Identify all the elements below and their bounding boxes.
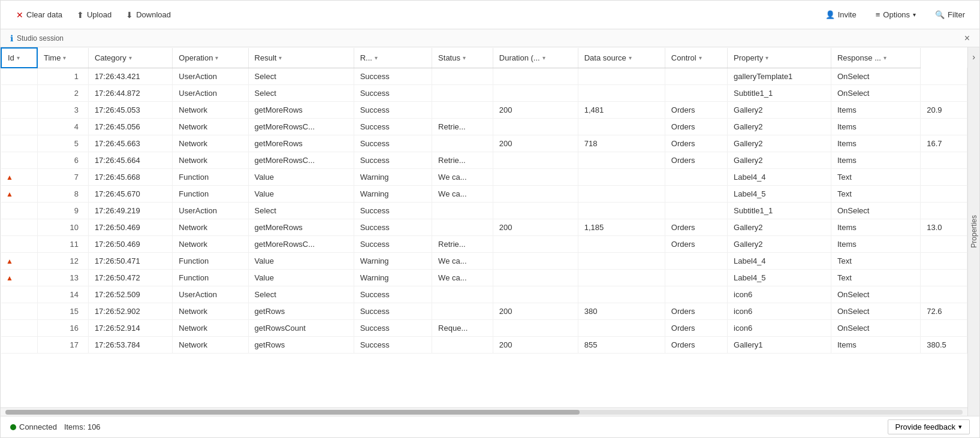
id-cell: 17 <box>37 336 88 353</box>
category-cell: UserAction <box>173 286 248 303</box>
table-row[interactable]: 217:26:44.872UserActionSelectSuccessSubt… <box>1 84 967 101</box>
r-cell <box>432 219 493 235</box>
table-row[interactable]: 517:26:45.663NetworkgetMoreRowsSuccess20… <box>1 135 967 152</box>
table-row[interactable]: 1017:26:50.469NetworkgetMoreRowsSuccess2… <box>1 219 967 235</box>
duration-cell <box>578 185 665 202</box>
duration-cell <box>578 286 665 303</box>
datasource-cell: Orders <box>665 118 727 135</box>
col-header-control[interactable]: Control ▾ <box>665 48 727 68</box>
table-row[interactable]: ▲717:26:45.668FunctionValueWarningWe ca.… <box>1 168 967 185</box>
datasource-cell <box>665 252 727 269</box>
property-cell: Text <box>831 168 920 185</box>
sort-control-icon: ▾ <box>699 55 702 61</box>
operation-cell: Value <box>248 185 354 202</box>
property-cell: OnSelect <box>831 319 920 336</box>
response-cell <box>921 118 967 135</box>
sort-duration-icon: ▾ <box>542 55 545 61</box>
table-row[interactable]: 317:26:45.053NetworkgetMoreRowsSuccess20… <box>1 101 967 118</box>
operation-cell: getMoreRows <box>248 135 354 152</box>
session-close-button[interactable]: × <box>964 33 970 44</box>
col-header-response[interactable]: Response ... ▾ <box>831 48 920 68</box>
col-header-result[interactable]: Result ▾ <box>248 48 354 68</box>
duration-cell <box>578 269 665 286</box>
datasource-cell: Orders <box>665 135 727 152</box>
session-label: Studio session <box>17 34 64 43</box>
main-content: Id ▾ Time ▾ <box>1 47 979 416</box>
status-cell <box>493 319 578 336</box>
table-row[interactable]: 617:26:45.664NetworkgetMoreRowsC...Succe… <box>1 152 967 168</box>
control-cell: Gallery2 <box>728 101 831 118</box>
feedback-chevron-icon: ▾ <box>958 423 962 431</box>
col-header-category[interactable]: Category ▾ <box>88 48 172 68</box>
sort-status-icon: ▾ <box>463 55 466 61</box>
time-cell: 17:26:50.472 <box>88 269 172 286</box>
status-cell <box>493 202 578 219</box>
col-header-datasource[interactable]: Data source ▾ <box>578 48 665 68</box>
right-panel[interactable]: › Properties <box>967 47 979 416</box>
options-button[interactable]: ≡ Options ▾ <box>871 8 921 22</box>
response-cell <box>921 84 967 101</box>
result-cell: Success <box>354 152 432 168</box>
datasource-cell <box>665 84 727 101</box>
id-cell: 2 <box>37 84 88 101</box>
download-button[interactable]: ⬇ Download <box>120 8 177 22</box>
col-header-operation[interactable]: Operation ▾ <box>173 48 248 68</box>
col-header-id[interactable]: Id ▾ <box>1 48 37 68</box>
col-header-property[interactable]: Property ▾ <box>728 48 831 68</box>
sort-r-icon: ▾ <box>375 55 378 61</box>
table-row[interactable]: 1117:26:50.469NetworkgetMoreRowsC...Succ… <box>1 235 967 252</box>
table-row[interactable]: 1417:26:52.509UserActionSelectSuccessico… <box>1 286 967 303</box>
filter-button[interactable]: 🔍 Filter <box>930 8 970 22</box>
status-cell <box>493 252 578 269</box>
property-cell: OnSelect <box>831 303 920 319</box>
table-row[interactable]: 1717:26:53.784NetworkgetRowsSuccess20085… <box>1 336 967 353</box>
clear-data-button[interactable]: ✕ Clear data <box>10 8 68 22</box>
category-cell: Network <box>173 235 248 252</box>
info-icon: ℹ <box>10 34 13 43</box>
table-row[interactable]: 417:26:45.056NetworkgetMoreRowsC...Succe… <box>1 118 967 135</box>
id-cell: 4 <box>37 118 88 135</box>
table-row[interactable]: 1517:26:52.902NetworkgetRowsSuccess20038… <box>1 303 967 319</box>
r-cell: Reque... <box>432 319 493 336</box>
connected-label: Connected <box>19 422 57 431</box>
col-header-time[interactable]: Time ▾ <box>37 48 88 68</box>
category-cell: Network <box>173 303 248 319</box>
table-row[interactable]: 917:26:49.219UserActionSelectSuccessSubt… <box>1 202 967 219</box>
category-cell: Network <box>173 135 248 152</box>
category-cell: Function <box>173 185 248 202</box>
id-cell: 6 <box>37 152 88 168</box>
response-cell <box>921 152 967 168</box>
horizontal-scrollbar[interactable] <box>1 407 967 416</box>
control-cell: Subtitle1_1 <box>728 202 831 219</box>
r-cell: Retrie... <box>432 118 493 135</box>
datasource-cell <box>665 185 727 202</box>
r-cell <box>432 202 493 219</box>
invite-button[interactable]: 👤 Invite <box>821 8 861 22</box>
sort-time-icon: ▾ <box>63 55 66 61</box>
duration-cell: 380 <box>578 303 665 319</box>
control-cell: galleryTemplate1 <box>728 68 831 84</box>
warning-cell <box>1 303 37 319</box>
table-row[interactable]: 1617:26:52.914NetworkgetRowsCountSuccess… <box>1 319 967 336</box>
table-row[interactable]: ▲1217:26:50.471FunctionValueWarningWe ca… <box>1 252 967 269</box>
property-cell: Text <box>831 252 920 269</box>
col-header-r[interactable]: R... ▾ <box>354 48 432 68</box>
col-header-status[interactable]: Status ▾ <box>432 48 493 68</box>
duration-cell <box>578 202 665 219</box>
data-table-wrapper[interactable]: Id ▾ Time ▾ <box>1 47 967 407</box>
datasource-cell <box>665 68 727 84</box>
property-cell: Items <box>831 235 920 252</box>
col-header-duration[interactable]: Duration (... ▾ <box>493 48 578 68</box>
upload-button[interactable]: ⬆ Upload <box>71 8 117 22</box>
table-row[interactable]: 117:26:43.421UserActionSelectSuccessgall… <box>1 68 967 84</box>
sort-category-icon: ▾ <box>129 55 132 61</box>
provide-feedback-button[interactable]: Provide feedback ▾ <box>888 419 970 434</box>
control-cell: icon6 <box>728 303 831 319</box>
datasource-cell <box>665 202 727 219</box>
result-cell: Success <box>354 68 432 84</box>
table-row[interactable]: ▲1317:26:50.472FunctionValueWarningWe ca… <box>1 269 967 286</box>
r-cell <box>432 101 493 118</box>
table-row[interactable]: ▲817:26:45.670FunctionValueWarningWe ca.… <box>1 185 967 202</box>
result-cell: Warning <box>354 269 432 286</box>
control-cell: Subtitle1_1 <box>728 84 831 101</box>
